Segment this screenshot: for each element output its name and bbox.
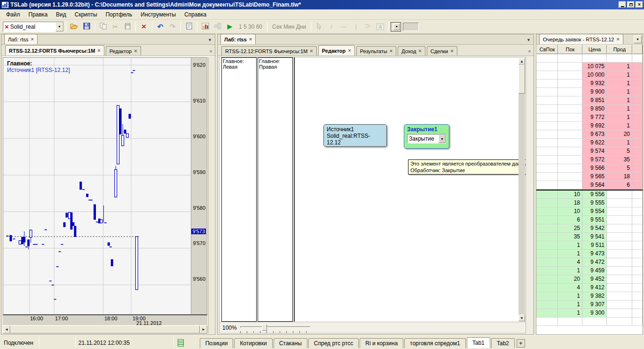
orderbook-row[interactable]: 19 473 (536, 250, 643, 258)
editor-tab-2[interactable]: Результаты× (356, 46, 396, 56)
scroll-up-icon[interactable]: ▲ (518, 58, 525, 64)
orderbook-row[interactable]: 9 7721 (536, 113, 643, 122)
orderbook-row[interactable]: 9 5745 (536, 147, 643, 156)
close-tab-icon[interactable]: × (97, 48, 100, 53)
redo-button[interactable]: ↷ (166, 21, 179, 32)
minimize-button[interactable] (619, 1, 626, 8)
delete-button[interactable]: × (138, 21, 150, 32)
close-tab-icon[interactable]: × (616, 37, 619, 42)
editor-tab-4[interactable]: Сделки× (427, 46, 457, 56)
workspace-tab-tab1[interactable]: Tab1 (467, 337, 490, 348)
orderbook-table[interactable]: 10 075110 00019 93219 90019 85119 85019 … (536, 54, 643, 334)
close-tab-icon[interactable]: × (310, 48, 313, 54)
scroll-right-icon[interactable]: ► (200, 325, 207, 333)
orderbook-row[interactable]: 209 452 (536, 275, 643, 284)
scroll-down-icon[interactable]: ▼ (518, 315, 525, 321)
editor-tab-3[interactable]: Доход× (398, 46, 425, 56)
scroll-left-icon[interactable]: ◄ (3, 325, 10, 333)
timeframe-units[interactable]: Сек Мин Дни (269, 24, 309, 30)
chart-button[interactable] (199, 21, 212, 32)
pointer-tool[interactable] (313, 21, 325, 32)
close-tab-icon[interactable]: × (134, 48, 137, 54)
text-tool[interactable]: A (374, 21, 386, 32)
orderbook-tab[interactable]: Очередь заявок - RTSS-12.12 × (539, 34, 623, 44)
restore-button[interactable] (627, 1, 635, 8)
open-button[interactable] (68, 21, 80, 32)
chart-hscrollbar[interactable]: ◄ ► (3, 325, 207, 333)
menu-item[interactable]: Справка (180, 10, 211, 19)
add-workspace-tab-button[interactable]: + (517, 339, 525, 348)
orderbook-row[interactable]: 19 300 (536, 309, 643, 317)
orderbook-row[interactable]: 9 57235 (536, 156, 643, 164)
script-canvas[interactable]: Главное: Левая Главное: Правая (220, 57, 526, 322)
cut-button[interactable]: ✂ (109, 21, 121, 32)
orderbook-row[interactable]: 189 555 (536, 199, 643, 207)
doc-tab-lab-rtss[interactable]: Лаб: rtss × (220, 34, 256, 44)
workspace-tab-ri-и-корзина[interactable]: Ri и корзина (360, 338, 403, 348)
vscroll-track[interactable] (518, 64, 525, 315)
orderbook-row[interactable]: 9 5646 (536, 181, 643, 190)
orderbook-row[interactable]: 9 9001 (536, 88, 643, 96)
log-icon[interactable] (178, 339, 184, 347)
script-button[interactable] (183, 21, 195, 32)
menu-item[interactable]: Портфель (102, 10, 137, 19)
zoom-slider[interactable] (240, 323, 311, 333)
hline-tool[interactable]: — (338, 21, 350, 32)
workspace-tab-торговля-спредом1[interactable]: торговля спредом1 (404, 338, 466, 348)
orderbook-row[interactable]: 9 6221 (536, 139, 643, 147)
orderbook-row[interactable]: 9 9321 (536, 79, 643, 88)
orderbook-row[interactable]: 69 551 (536, 216, 643, 224)
tabbar-menu-icon[interactable]: ≡ (528, 49, 533, 56)
close-tab-icon[interactable]: × (418, 48, 421, 54)
orderbook-row[interactable]: 19 307 (536, 301, 643, 309)
orderbook-row[interactable]: 359 541 (536, 233, 643, 241)
orderbook-row[interactable]: 10 0001 (536, 71, 643, 79)
panel-menu-icon[interactable]: ▼ (526, 38, 533, 44)
menu-item[interactable]: Скрипты (71, 10, 102, 19)
chart-tab-0[interactable]: RTSS-12.12:FORTS Фьючерсы:1М× (5, 45, 104, 56)
line-tool[interactable]: / (325, 21, 338, 32)
close-tab-icon[interactable]: × (249, 37, 252, 42)
zoom-slider-thumb[interactable] (262, 324, 267, 331)
hscroll-thumb[interactable] (10, 325, 200, 333)
orderbook-row[interactable]: 9 6921 (536, 122, 643, 130)
line-style-dropdown[interactable]: ▼ (391, 22, 401, 32)
vline-tool[interactable]: | (350, 21, 362, 32)
orderbook-row[interactable]: 9 8501 (536, 105, 643, 113)
workspace-tab-стаканы[interactable]: Стаканы (274, 338, 307, 348)
close-tab-icon[interactable]: × (390, 48, 393, 54)
workspace-tab-tab2[interactable]: Tab2 (491, 338, 515, 348)
orderbook-row[interactable]: 49 412 (536, 284, 643, 292)
paste-button[interactable] (121, 21, 134, 32)
close-tab-icon[interactable]: × (31, 37, 33, 42)
chevron-down-icon[interactable]: ▼ (393, 24, 400, 30)
orderbook-column-header[interactable]: Цена (582, 45, 607, 54)
price-chart[interactable]: Главное: Источник1 [RTSS-12.12] (3, 57, 191, 315)
orderbook-column-header[interactable]: Пок (558, 45, 582, 54)
orderbook-row[interactable]: 19 459 (536, 267, 643, 275)
time-axis[interactable]: 16:0017:0018:0019:0021.11.2012 (3, 315, 207, 325)
menu-item[interactable]: Правка (24, 10, 52, 19)
workspace-tab-котировки[interactable]: Котировки (234, 338, 272, 348)
panel-menu-icon[interactable]: ▼ (208, 38, 214, 44)
price-axis[interactable]: 9'6209'6109'6009'5909'5809'5709'5609'573 (191, 57, 207, 315)
timeframe-presets[interactable]: 1 5 30 60 (236, 24, 265, 30)
editor-tab-1[interactable]: Редактор× (318, 45, 355, 56)
close-button[interactable]: × (636, 1, 643, 8)
handler-select[interactable]: Закрытие ▼ (407, 134, 446, 143)
undo-button[interactable]: ↶ (154, 21, 166, 32)
orderbook-row[interactable] (536, 317, 643, 326)
orderbook-row[interactable]: 9 67320 (536, 130, 643, 139)
orderbook-row[interactable]: 109 554 (536, 207, 643, 216)
orderbook-row[interactable]: 49 472 (536, 258, 643, 267)
run-button[interactable]: ▶ (224, 21, 236, 32)
doc-tab-lab-rtss[interactable]: Лаб: rtss × (4, 34, 38, 44)
menu-item[interactable]: Инструменты (136, 10, 180, 19)
close-tab-icon[interactable]: × (450, 48, 453, 54)
orderbook-column-header[interactable]: СвПок (536, 45, 558, 54)
orderbook-row[interactable]: 19 382 (536, 292, 643, 301)
vscroll-thumb[interactable] (518, 64, 525, 94)
orderbook-row[interactable]: 9 8511 (536, 96, 643, 105)
orderbook-dropdown-icon[interactable]: ▼ (634, 35, 642, 43)
workspace-tab-спред-ртс-ртсс[interactable]: Спред ртс ртсс (308, 338, 359, 348)
